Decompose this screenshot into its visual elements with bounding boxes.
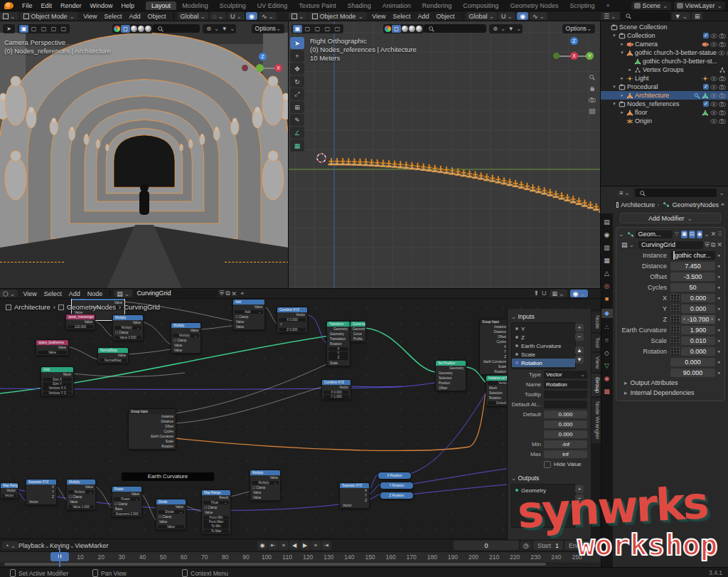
snap-toggle[interactable]: U — [498, 12, 515, 20]
node-menu[interactable]: Divide — [158, 510, 184, 514]
node-menu[interactable]: Multiply — [68, 490, 94, 494]
node-menu[interactable]: Multiply — [173, 334, 199, 338]
overlay-toggles[interactable]: ⊚▼ — [203, 24, 236, 33]
remove-output-button[interactable]: − — [575, 494, 584, 502]
node-field[interactable]: From Min — [203, 516, 229, 520]
attribute-toggle-icon[interactable] — [670, 337, 680, 344]
options-button[interactable]: Options — [252, 24, 284, 33]
collapse-icon[interactable] — [619, 231, 624, 238]
node-checkbox[interactable]: Clamp — [113, 330, 143, 335]
checkbox-icon[interactable]: ✓ — [703, 33, 709, 38]
breadcrumb-curvinggrid[interactable]: CurvingGrid — [124, 303, 160, 311]
eye-icon[interactable] — [710, 118, 717, 125]
max-field[interactable]: inf — [544, 450, 587, 458]
node-field[interactable]: From Max — [203, 520, 229, 524]
animate-dot-icon[interactable]: ● — [715, 274, 722, 279]
node-group-name-field[interactable]: CurvingGrid — [134, 290, 218, 297]
tab-texture[interactable]: ▩ — [601, 388, 613, 395]
node-menu[interactable]: Multiply — [114, 326, 141, 330]
remove-input-button[interactable]: − — [575, 333, 584, 341]
parent-group-icon[interactable]: ⬆ — [533, 290, 539, 297]
field-value[interactable]: 0.000 — [670, 358, 715, 366]
blender-logo-icon[interactable] — [4, 2, 14, 9]
node-combine-xyz[interactable]: Combine XYZVectorX 0.000YZ 0.000 — [277, 307, 308, 333]
pin-icon[interactable]: ⌖ — [240, 290, 244, 297]
transport-jump-end[interactable]: ⇥ — [321, 541, 331, 550]
tab-scene[interactable]: △ — [601, 270, 613, 277]
tab-render[interactable]: ◉ — [601, 232, 613, 238]
node-field[interactable]: Y 1.000 — [323, 395, 349, 399]
move-down-button[interactable]: ▼ — [575, 356, 584, 364]
shading-buttons[interactable]: ◻ — [112, 24, 153, 33]
axis-y-neg-icon[interactable] — [553, 53, 560, 59]
axis-x-icon[interactable]: X — [570, 52, 578, 60]
falloff-selector[interactable]: ∿ — [530, 12, 547, 20]
node-field[interactable]: NormalStep — [100, 359, 127, 363]
render-visibility-icon[interactable] — [719, 75, 726, 82]
overlay-toggles[interactable]: ⊚▼ — [489, 24, 523, 33]
falloff-selector[interactable]: ∿ — [259, 12, 277, 20]
outliner-item-gothic-church-3-better-st-[interactable]: gothic church-3-better-st... — [601, 57, 728, 65]
scene-selector[interactable]: Scene — [631, 1, 671, 10]
move-up-button[interactable]: ▲ — [575, 346, 584, 354]
node-menu[interactable]: Power — [114, 497, 140, 502]
editor-type-button[interactable]: ⬡ — [0, 290, 18, 297]
node-field[interactable]: To Max — [203, 529, 229, 534]
geometry-node-editor[interactable]: ⬡ ViewSelectAddNode ▤ CurvingGrid ⛨ ⧉ ✕ … — [0, 289, 601, 539]
node-field[interactable]: Vertices Y 3 — [43, 391, 72, 396]
outliner-item-nodes-references[interactable]: ▾Nodes_references✓ — [601, 100, 728, 108]
active-tool-button[interactable]: ➤ — [3, 24, 15, 33]
workspace-tab-layout[interactable]: Layout — [146, 1, 176, 10]
navigation-gizmo[interactable]: Z X — [246, 48, 286, 84]
default-x-field[interactable]: 0.000 — [544, 411, 587, 418]
outliner-item-camera[interactable]: ▸Camera — [601, 40, 728, 48]
animate-dot-icon[interactable]: ● — [715, 317, 722, 322]
snap-grid-button[interactable]: ⊞ — [550, 290, 567, 297]
workspace-tab-compositing[interactable]: Compositing — [457, 1, 504, 10]
input-item-y[interactable]: Y — [512, 324, 575, 333]
checkbox-icon[interactable]: ✓ — [703, 101, 709, 107]
orientation-selector[interactable]: Global — [178, 12, 209, 20]
node-map-range[interactable]: Map RangeResultFloatClampValueFrom MinFr… — [201, 489, 231, 534]
edit-mode-toggle[interactable]: ▣ — [681, 231, 687, 238]
expander-icon[interactable]: ▾ — [611, 33, 617, 38]
viewport-b-menu-select[interactable]: Select — [389, 13, 414, 20]
realtime-toggle[interactable]: ⊡ — [689, 231, 695, 238]
expander-icon[interactable]: ▸ — [619, 110, 625, 115]
transport-next-keyframe[interactable]: » — [311, 541, 321, 550]
shading-buttons[interactable]: ◻ — [383, 24, 424, 33]
workspace-add-tab[interactable]: + — [600, 1, 615, 10]
node-field[interactable]: Y — [328, 351, 348, 356]
node-field[interactable]: Vertices X 3 — [43, 386, 72, 391]
render-visibility-icon[interactable] — [719, 118, 726, 125]
viewport-a-menu-view[interactable]: View — [80, 13, 100, 20]
node-checkbox[interactable]: Clamp — [250, 485, 280, 490]
stopwatch-icon[interactable]: ◷ — [520, 541, 532, 549]
node-transform[interactable]: TransformGeometryGeometryTranslationRota… — [326, 321, 350, 366]
on-cage-toggle[interactable]: ▽ — [674, 231, 680, 238]
default-y-field[interactable]: 0.000 — [544, 420, 587, 428]
tool-tweak-select[interactable]: ➤ — [290, 37, 304, 49]
tab-tool[interactable]: ▤ — [601, 219, 613, 226]
camera-view-icon[interactable] — [587, 97, 596, 105]
timeline-menu-marker[interactable]: Marker — [89, 542, 109, 549]
node-group-input[interactable]: Group InputInstanceDistanceOffsetCyclesE… — [128, 408, 176, 450]
sidebar-tab-tool[interactable]: Tool — [592, 334, 601, 351]
node-field[interactable]: Size Y — [43, 382, 72, 386]
render-toggle[interactable]: ◉ — [697, 231, 703, 238]
animate-dot-icon[interactable]: ● — [715, 327, 722, 332]
current-frame-field[interactable]: 0 — [454, 541, 519, 550]
transport-record[interactable]: ◉ — [257, 541, 267, 550]
extras-menu-icon[interactable] — [704, 231, 710, 238]
unlink-icon[interactable]: ✕ — [232, 290, 237, 297]
tab-material[interactable]: ◉ — [601, 376, 613, 382]
node-group-name-field[interactable]: CurvingGrid — [638, 241, 703, 249]
modifier-name-field[interactable]: Geom... — [636, 231, 673, 238]
node-normalstep[interactable]: NormalStepValueNormalStep — [97, 347, 129, 364]
timeline-scrollbar[interactable] — [4, 563, 546, 566]
add-modifier-button[interactable]: Add Modifier — [620, 213, 721, 223]
render-visibility-icon[interactable] — [719, 110, 726, 116]
field-value[interactable]: 7.450 — [670, 262, 715, 270]
timeline[interactable]: ◔ PlaybackKeyingViewMarker ◉⇤«◀▶»⇥ 0 ◷ S… — [0, 539, 601, 567]
node-grid[interactable]: GridMeshSize XSize YVertices X 3Vertices… — [41, 366, 74, 396]
